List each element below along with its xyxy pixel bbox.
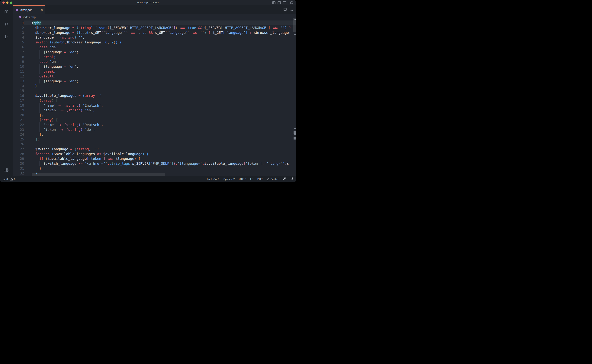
horizontal-scrollbar[interactable]	[32, 173, 165, 176]
code-line[interactable]: 15	[13, 88, 296, 93]
explorer-icon[interactable]	[3, 8, 10, 15]
line-content[interactable]: switch (substr($browser_language, 0, 2))…	[24, 40, 296, 45]
line-number[interactable]: 28	[13, 151, 24, 156]
code-line[interactable]: 30 $switch_language •= '<a href="'.strip…	[13, 161, 296, 166]
line-number[interactable]: 9	[13, 59, 24, 64]
tab-close-icon[interactable]: ✕	[41, 9, 43, 11]
code-line[interactable]: 2 $browser_language = (string) (isset($_…	[13, 25, 296, 30]
line-content[interactable]: $switch_language = (string) '';	[24, 147, 296, 151]
line-content[interactable]: $language = (string) '';	[24, 35, 296, 40]
problems-errors[interactable]: 0	[3, 178, 8, 181]
breadcrumb[interactable]: index.php	[13, 14, 296, 20]
code-line[interactable]: 24 ],	[13, 132, 296, 137]
cursor-position[interactable]: Ln 1, Col 6	[207, 178, 219, 181]
code-line[interactable]: 13 $language = 'en';	[13, 79, 296, 84]
code-line[interactable]: 7 $language = 'de';	[13, 50, 296, 54]
line-number[interactable]: 24	[13, 132, 24, 137]
line-content[interactable]	[24, 142, 296, 147]
line-number[interactable]: 29	[13, 156, 24, 161]
tab-index-php[interactable]: index.php ✕	[13, 5, 45, 14]
line-content[interactable]: break;	[24, 54, 296, 59]
line-content[interactable]: case 'en':	[24, 59, 296, 64]
split-editor-icon[interactable]	[283, 8, 287, 12]
line-content[interactable]: break;	[24, 69, 296, 74]
line-content[interactable]	[24, 88, 296, 93]
line-number[interactable]: 32	[13, 171, 24, 176]
line-content[interactable]: $language = 'en';	[24, 79, 296, 84]
line-number[interactable]: 13	[13, 79, 24, 84]
feedback-icon[interactable]	[283, 177, 286, 181]
code-line[interactable]: 18 'name' ⇒ (string) 'English',	[13, 103, 296, 108]
code-line[interactable]: 14 }	[13, 84, 296, 88]
line-content[interactable]: $language = 'de';	[24, 50, 296, 54]
vertical-scrollbar-thumb[interactable]	[293, 18, 296, 32]
code-line[interactable]: 31 }	[13, 166, 296, 171]
code-line[interactable]: 20 ],	[13, 113, 296, 117]
line-content[interactable]: }	[24, 166, 296, 171]
line-number[interactable]: 5	[13, 40, 24, 45]
line-number[interactable]: 11	[13, 69, 24, 74]
line-number[interactable]: 12	[13, 74, 24, 79]
code-line[interactable]: 6 case 'de':	[13, 45, 296, 50]
code-line[interactable]: 8 break;	[13, 54, 296, 59]
line-number[interactable]: 22	[13, 122, 24, 127]
code-line[interactable]: 3 $browser_language = (isset($_GET['lang…	[13, 30, 296, 35]
line-number[interactable]: 21	[13, 117, 24, 122]
line-content[interactable]: (array) [	[24, 98, 296, 103]
line-number[interactable]: 8	[13, 54, 24, 59]
line-content[interactable]: $language = 'en';	[24, 64, 296, 69]
notifications-bell-icon[interactable]	[290, 177, 293, 181]
code-line[interactable]: 17 (array) [	[13, 98, 296, 103]
line-number[interactable]: 27	[13, 147, 24, 151]
line-number[interactable]: 2	[13, 25, 24, 30]
line-number[interactable]: 6	[13, 45, 24, 50]
line-number[interactable]: 18	[13, 103, 24, 108]
line-content[interactable]: ];	[24, 137, 296, 142]
source-control-icon[interactable]	[3, 33, 10, 41]
line-content[interactable]: $switch_language •= '<a href="'.strip_ta…	[24, 161, 296, 166]
line-number[interactable]: 26	[13, 142, 24, 147]
problems-warnings[interactable]: 0	[10, 178, 16, 181]
line-number[interactable]: 25	[13, 137, 24, 142]
line-content[interactable]: }	[24, 84, 296, 88]
code-line[interactable]: 28 foreach ($available_languages as $ava…	[13, 151, 296, 156]
language-mode[interactable]: PHP	[257, 178, 263, 181]
code-line[interactable]: 27 $switch_language = (string) '';	[13, 147, 296, 151]
line-content[interactable]: 'token' ⇒ (string) 'de',	[24, 127, 296, 132]
line-number[interactable]: 14	[13, 84, 24, 88]
code-line[interactable]: 16 $available_languages = (array) [	[13, 93, 296, 98]
indentation-setting[interactable]: Spaces: 2	[223, 178, 235, 181]
code-area[interactable]: 1<?php2 $browser_language = (string) (is…	[13, 20, 296, 176]
line-content[interactable]: 'name' ⇒ (string) 'English',	[24, 103, 296, 108]
formatter-status[interactable]: Prettier	[267, 178, 279, 181]
line-number[interactable]: 3	[13, 30, 24, 35]
line-content[interactable]: 'token' ⇒ (string) 'en',	[24, 108, 296, 113]
line-content[interactable]: 'name' ⇒ (string) 'Deutsch',	[24, 122, 296, 127]
line-content[interactable]: default:	[24, 74, 296, 79]
line-content[interactable]: foreach ($available_languages as $availa…	[24, 151, 296, 156]
code-line[interactable]: 1<?php	[13, 20, 296, 25]
line-number[interactable]: 17	[13, 98, 24, 103]
line-number[interactable]: 7	[13, 50, 24, 54]
code-line[interactable]: 25 ];	[13, 137, 296, 142]
code-line[interactable]: 29 if ($available_language['token'] ≢ $l…	[13, 156, 296, 161]
code-line[interactable]: 9 case 'en':	[13, 59, 296, 64]
code-editor[interactable]: 1<?php2 $browser_language = (string) (is…	[13, 20, 296, 176]
code-line[interactable]: 10 $language = 'en';	[13, 64, 296, 69]
line-content[interactable]: $available_languages = (array) [	[24, 93, 296, 98]
line-number[interactable]: 31	[13, 166, 24, 171]
line-number[interactable]: 4	[13, 35, 24, 40]
code-line[interactable]: 19 'token' ⇒ (string) 'en',	[13, 108, 296, 113]
line-number[interactable]: 23	[13, 127, 24, 132]
code-line[interactable]: 23 'token' ⇒ (string) 'de',	[13, 127, 296, 132]
code-line[interactable]: 4 $language = (string) '';	[13, 35, 296, 40]
line-number[interactable]: 19	[13, 108, 24, 113]
code-line[interactable]: 5 switch (substr($browser_language, 0, 2…	[13, 40, 296, 45]
encoding-setting[interactable]: UTF-8	[239, 178, 246, 181]
eol-setting[interactable]: LF	[250, 178, 253, 181]
line-content[interactable]: (array) [	[24, 117, 296, 122]
vertical-scrollbar[interactable]	[293, 14, 296, 176]
settings-gear-icon[interactable]	[3, 166, 10, 174]
line-content[interactable]: ],	[24, 113, 296, 117]
line-number[interactable]: 16	[13, 93, 24, 98]
